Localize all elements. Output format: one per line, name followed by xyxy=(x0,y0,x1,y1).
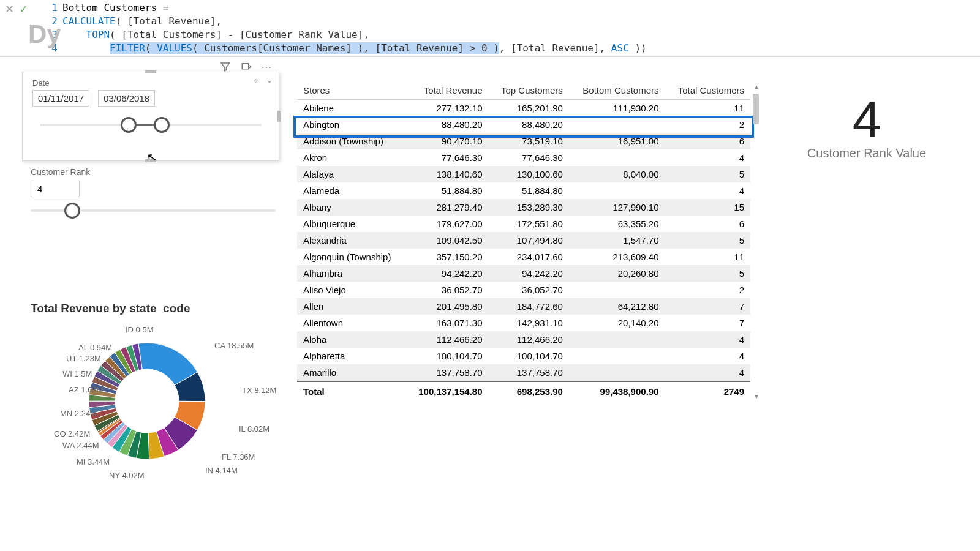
donut-label: MN 2.24M xyxy=(60,409,97,418)
table-scrollbar[interactable]: ▲ ▼ xyxy=(752,81,761,401)
scroll-thumb[interactable] xyxy=(753,94,759,124)
rank-range-track[interactable] xyxy=(31,209,276,212)
formula-bar: ✕ ✓ 1Bottom Customers = 2CALCULATE( [Tot… xyxy=(0,0,980,57)
more-icon[interactable]: ··· xyxy=(261,61,273,73)
stores-table[interactable]: StoresTotal RevenueTop CustomersBottom C… xyxy=(297,81,750,401)
table-row[interactable]: Addison (Township)90,470.1073,519.1016,9… xyxy=(297,133,750,149)
column-header[interactable]: Total Customers xyxy=(665,81,750,100)
date-from-input[interactable]: 01/11/2017 xyxy=(32,90,89,107)
donut-label: IN 4.14M xyxy=(205,466,238,475)
table-row[interactable]: Abington88,480.2088,480.202 xyxy=(297,116,750,133)
table-row[interactable]: Allentown163,071.30142,931.1020,140.207 xyxy=(297,315,750,331)
donut-label: IL 8.02M xyxy=(239,424,270,433)
table-row[interactable]: Alhambra94,242.2094,242.2020,260.805 xyxy=(297,265,750,282)
rank-slicer-label: Customer Rank xyxy=(31,167,276,177)
donut-label: CO 2.42M xyxy=(54,429,90,438)
donut-label: AL 0.94M xyxy=(78,343,112,352)
scroll-down-icon[interactable]: ▼ xyxy=(752,391,761,401)
donut-label: CA 18.55M xyxy=(214,341,254,350)
visual-header-icons: ··· xyxy=(219,61,273,73)
table-row[interactable]: Alexandria109,042.50107,494.801,547.705 xyxy=(297,232,750,249)
donut-label: TX 8.12M xyxy=(242,386,276,395)
rank-value-input[interactable]: 4 xyxy=(31,181,80,197)
watermark-text: Dy xyxy=(28,20,61,49)
range-thumb[interactable] xyxy=(64,203,80,219)
date-slicer-label: Date xyxy=(23,72,279,90)
card-value: 4 xyxy=(772,94,962,145)
date-slicer[interactable]: ⟐ ⌄ Date 01/11/2017 03/06/2018 ↖ xyxy=(22,72,279,161)
range-thumb-end[interactable] xyxy=(154,117,170,133)
customer-rank-slicer[interactable]: Customer Rank 4 xyxy=(31,167,276,212)
svg-rect-0 xyxy=(242,64,249,69)
cursor-icon: ↖ xyxy=(146,149,159,166)
table-row[interactable]: Algonquin (Township)357,150.20234,017.60… xyxy=(297,249,750,265)
card-label: Customer Rank Value xyxy=(772,146,962,160)
donut-chart[interactable]: Total Revenue by state_code CA 18.55MTX … xyxy=(31,302,288,517)
table-row[interactable]: Allen201,495.80184,772.6064,212.807 xyxy=(297,298,750,315)
date-to-input[interactable]: 03/06/2018 xyxy=(98,90,155,107)
donut-label: NY 4.02M xyxy=(109,471,145,480)
column-header[interactable]: Bottom Customers xyxy=(569,81,665,100)
table-row[interactable]: Abilene277,132.10165,201.90111,930.2011 xyxy=(297,100,750,117)
resize-handle[interactable] xyxy=(277,111,281,122)
report-canvas: ··· ⟐ ⌄ Date 01/11/2017 03/06/2018 ↖ Cus… xyxy=(0,57,980,550)
cancel-formula-icon[interactable]: ✕ xyxy=(5,2,14,16)
table-row[interactable]: Albany281,279.40153,289.30127,990.1015 xyxy=(297,199,750,216)
commit-formula-icon[interactable]: ✓ xyxy=(19,2,28,16)
table-row[interactable]: Aloha112,466.20112,466.204 xyxy=(297,331,750,348)
table-row[interactable]: Amarillo137,758.70137,758.704 xyxy=(297,364,750,381)
card-visual[interactable]: 4 Customer Rank Value xyxy=(772,94,962,160)
range-thumb-start[interactable] xyxy=(121,117,137,133)
chevron-down-icon[interactable]: ⌄ xyxy=(266,76,273,84)
scroll-up-icon[interactable]: ▲ xyxy=(752,81,761,91)
table-row[interactable]: Akron77,646.3077,646.304 xyxy=(297,149,750,166)
focus-icon[interactable] xyxy=(240,61,252,73)
table-row[interactable]: Albuquerque179,627.00172,551.8063,355.20… xyxy=(297,216,750,232)
table-row[interactable]: Aliso Viejo36,052.7036,052.702 xyxy=(297,282,750,298)
chart-title: Total Revenue by state_code xyxy=(31,302,288,315)
filter-icon[interactable] xyxy=(219,61,232,73)
donut-label: WA 2.44M xyxy=(62,441,99,450)
formula-editor[interactable]: 1Bottom Customers = 2CALCULATE( [Total R… xyxy=(49,1,980,55)
column-header[interactable]: Top Customers xyxy=(489,81,569,100)
donut-label: WI 1.5M xyxy=(62,369,92,378)
donut-label: UT 1.23M xyxy=(66,354,101,363)
table-row[interactable]: Alpharetta100,104.70100,104.704 xyxy=(297,348,750,364)
table-row[interactable]: Alameda51,884.8051,884.804 xyxy=(297,182,750,199)
resize-handle[interactable] xyxy=(145,70,156,73)
donut-label: FL 7.36M xyxy=(222,452,255,462)
pin-icon[interactable]: ⟐ xyxy=(254,76,258,84)
donut-label: ID 0.5M xyxy=(126,325,154,334)
table-row[interactable]: Alafaya138,140.60130,100.608,040.005 xyxy=(297,166,750,182)
column-header[interactable]: Total Revenue xyxy=(406,81,489,100)
donut-label: MI 3.44M xyxy=(77,457,110,467)
donut-label: AZ 1.68M xyxy=(69,385,103,394)
date-range-track[interactable] xyxy=(40,124,262,126)
column-header[interactable]: Stores xyxy=(297,81,406,100)
